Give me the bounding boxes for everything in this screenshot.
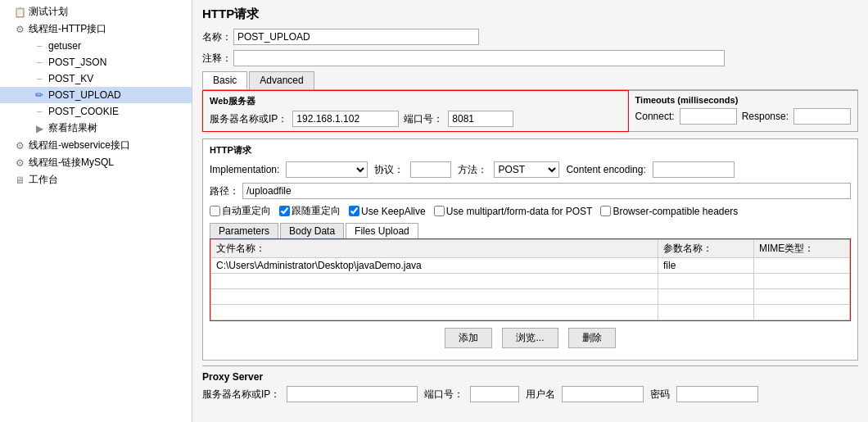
sidebar-item-view-result[interactable]: ▶ 察看结果树: [0, 120, 192, 137]
cb-keepalive[interactable]: Use KeepAlive: [349, 206, 426, 217]
comment-label: 注释：: [202, 52, 233, 66]
cb-follow[interactable]: 跟随重定向: [279, 204, 341, 218]
sidebar-item-test-plan[interactable]: 📋 测试计划: [0, 3, 192, 20]
proxy-server-input[interactable]: [287, 386, 418, 402]
sidebar-item-post-kv[interactable]: – POST_KV: [0, 70, 192, 87]
table-row-empty3: [211, 305, 850, 320]
impl-row: Implementation: 协议： 方法： POST GET PUT DEL…: [210, 161, 851, 178]
proxy-pwd-label: 密码: [650, 388, 670, 402]
cb-browser[interactable]: Browser-compatible headers: [600, 206, 738, 217]
impl-select[interactable]: [286, 161, 368, 178]
name-input[interactable]: [233, 29, 479, 45]
sidebar-item-label: 线程组-链接MySQL: [29, 156, 114, 170]
web-server-title: Web服务器: [210, 95, 622, 107]
tab-bodydata[interactable]: Body Data: [280, 223, 344, 238]
method-select[interactable]: POST GET PUT DELETE: [494, 161, 559, 178]
cb-multipart-input[interactable]: [434, 206, 445, 216]
col-mime: MIME类型：: [754, 240, 850, 258]
cb-browser-input[interactable]: [600, 206, 611, 216]
response-input[interactable]: [793, 108, 851, 125]
tab-parameters[interactable]: Parameters: [210, 223, 278, 238]
sidebar-item-post-cookie[interactable]: – POST_COOKIE: [0, 103, 192, 120]
action-buttons: 添加 浏览... 删除: [210, 321, 851, 355]
proxy-row: 服务器名称或IP： 端口号： 用户名 密码: [202, 386, 858, 402]
http-request-section: HTTP请求 Implementation: 协议： 方法： POST GET …: [202, 138, 858, 361]
sampler-icon: –: [33, 72, 46, 85]
encoding-input[interactable]: [653, 161, 735, 178]
encoding-label: Content encoding:: [566, 164, 645, 175]
thread-icon: ⚙: [13, 157, 26, 170]
sidebar-item-label: getuser: [48, 40, 81, 52]
sidebar-item-thread-webservice[interactable]: ⚙ 线程组-webservice接口: [0, 137, 192, 154]
proxy-user-label: 用户名: [526, 388, 555, 402]
proxy-title: Proxy Server: [202, 371, 858, 383]
table-row-empty1: [211, 274, 850, 289]
page-title: HTTP请求: [202, 7, 858, 22]
path-input[interactable]: [242, 183, 851, 199]
tab-basic[interactable]: Basic: [202, 71, 247, 89]
http-section-title: HTTP请求: [210, 144, 851, 157]
add-button[interactable]: 添加: [445, 328, 492, 348]
sampler-icon: –: [33, 39, 46, 52]
sampler-active-icon: ✏: [33, 88, 46, 102]
path-row: 路径：: [210, 183, 851, 199]
sidebar-item-label: 测试计划: [29, 5, 68, 19]
table-row-empty2: [211, 289, 850, 305]
connect-label: Connect:: [635, 111, 675, 122]
main-content: HTTP请求 名称： 注释： Basic Advanced Web服务器 服务器…: [192, 0, 868, 422]
name-row: 名称：: [202, 29, 858, 45]
cb-redirect-input[interactable]: [210, 206, 220, 216]
sidebar-item-label: POST_KV: [48, 73, 93, 84]
comment-input[interactable]: [233, 50, 725, 66]
response-label: Response:: [742, 111, 789, 122]
upload-table: 文件名称： 参数名称： MIME类型： C:\Users\Administrat…: [210, 239, 850, 320]
sampler-icon: –: [33, 56, 46, 69]
col-param: 参数名称：: [658, 240, 754, 258]
tab-filesupload[interactable]: Files Upload: [346, 223, 418, 238]
server-row: 服务器名称或IP： 端口号：: [210, 111, 622, 127]
web-server-box: Web服务器 服务器名称或IP： 端口号：: [202, 90, 629, 132]
upload-table-container: 文件名称： 参数名称： MIME类型： C:\Users\Administrat…: [210, 238, 851, 321]
sidebar-item-label: 线程组-webservice接口: [29, 138, 130, 152]
sidebar: 📋 测试计划 ⚙ 线程组-HTTP接口 – getuser – POST_JSO…: [0, 0, 192, 422]
impl-label: Implementation:: [210, 164, 279, 175]
timeout-title: Timeouts (milliseconds): [635, 95, 851, 105]
table-row: C:\Users\Administrator\Desktop\javaDemo.…: [211, 258, 850, 274]
listener-icon: ▶: [33, 122, 46, 135]
comment-row: 注释：: [202, 50, 858, 66]
cb-keepalive-input[interactable]: [349, 206, 359, 216]
timeout-box: Timeouts (milliseconds) Connect: Respons…: [629, 90, 858, 132]
sidebar-item-label: POST_JSON: [48, 57, 106, 68]
timeout-row: Connect: Response:: [635, 108, 851, 125]
cb-multipart[interactable]: Use multipart/form-data for POST: [434, 206, 593, 217]
folder-icon: 📋: [13, 6, 26, 19]
tab-advanced[interactable]: Advanced: [249, 71, 314, 89]
port-label: 端口号：: [404, 112, 443, 126]
cb-redirect[interactable]: 自动重定向: [210, 204, 271, 218]
browse-button[interactable]: 浏览...: [502, 328, 558, 348]
delete-button[interactable]: 删除: [568, 328, 616, 348]
thread-icon: ⚙: [13, 23, 26, 36]
path-label: 路径：: [210, 184, 239, 198]
sampler-icon: –: [33, 105, 46, 118]
sidebar-item-label: 工作台: [29, 173, 58, 187]
port-input[interactable]: [448, 111, 513, 127]
proxy-user-input[interactable]: [562, 386, 644, 402]
cb-follow-input[interactable]: [279, 206, 290, 216]
server-input[interactable]: [292, 111, 399, 127]
proxy-port-input[interactable]: [470, 386, 519, 402]
sidebar-item-post-upload[interactable]: ✏ POST_UPLOAD: [0, 87, 192, 103]
sidebar-item-thread-mysql[interactable]: ⚙ 线程组-链接MySQL: [0, 154, 192, 171]
cell-filename: C:\Users\Administrator\Desktop\javaDemo.…: [211, 258, 658, 274]
sidebar-item-workbench[interactable]: 🖥 工作台: [0, 171, 192, 188]
protocol-input[interactable]: [410, 161, 451, 178]
cell-param: file: [658, 258, 754, 274]
inner-tabs: Parameters Body Data Files Upload: [210, 223, 851, 238]
sidebar-item-post-json[interactable]: – POST_JSON: [0, 54, 192, 70]
connect-input[interactable]: [680, 108, 737, 125]
proxy-pwd-input[interactable]: [676, 386, 758, 402]
name-label: 名称：: [202, 30, 233, 44]
sidebar-item-thread-http[interactable]: ⚙ 线程组-HTTP接口: [0, 20, 192, 38]
proxy-section: Proxy Server 服务器名称或IP： 端口号： 用户名 密码: [202, 365, 858, 402]
sidebar-item-getuser[interactable]: – getuser: [0, 38, 192, 54]
